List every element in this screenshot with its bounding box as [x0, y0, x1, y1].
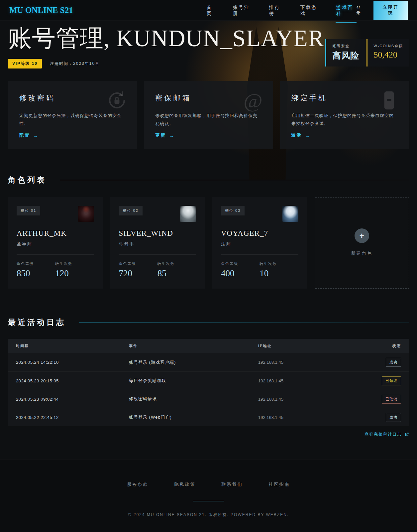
characters-section-heading: 角色列表	[8, 175, 409, 185]
log-timestamp: 2024.05.23 20:15:05	[16, 378, 129, 383]
character-class: 法师	[221, 241, 298, 247]
resets-label: 转生次数	[55, 261, 94, 266]
account-stat-box: 账号安全 高风险	[325, 39, 365, 66]
footer-links: 服务条款隐私政策联系我们社区指南	[0, 481, 417, 487]
stat-value: 50,420	[373, 50, 403, 60]
arrow-right-icon: →	[305, 133, 311, 138]
footer-divider	[193, 501, 224, 501]
resets-label: 转生次数	[157, 261, 196, 266]
register-time-label: 注册时间：2023年10月	[50, 61, 100, 66]
activity-log-row: 2024.05.23 09:02:44 修改密码请求 192.168.1.45 …	[8, 390, 409, 408]
plus-icon: +	[355, 228, 369, 243]
external-link-icon	[405, 432, 409, 437]
log-event: 修改密码请求	[129, 396, 258, 402]
login-link[interactable]: 登录	[357, 5, 365, 16]
activity-log-row: 2024.05.22 22:45:12 账号登录 (Web门户) 192.168…	[8, 408, 409, 426]
security-card-action-link[interactable]: 更新→	[155, 132, 175, 138]
phone-icon	[378, 90, 400, 111]
footer-link[interactable]: 社区指南	[269, 481, 290, 487]
character-list: 槽位 01 ARTHUR_MK 圣导师 角色等级 850 转生次数 120 槽位…	[8, 197, 409, 289]
security-card-description: 启用短信二次验证，保护您的账号免受来自虚空的未授权登录尝试。	[291, 112, 398, 128]
play-now-button[interactable]: 立即开玩	[373, 1, 408, 20]
status-badge: 已领取	[382, 376, 401, 385]
resets-value: 120	[55, 268, 94, 279]
log-timestamp: 2024.05.22 22:45:12	[16, 415, 129, 420]
security-card-description: 定期更新您的登录凭据，以确保您传奇装备的安全性。	[19, 112, 126, 128]
elf-avatar	[180, 206, 196, 222]
character-class: 圣导师	[17, 241, 94, 247]
status-badge: 成功	[386, 358, 401, 367]
status-badge: 成功	[386, 413, 401, 422]
resets-value: 85	[157, 268, 196, 279]
site-footer: 服务条款隐私政策联系我们社区指南 © 2024 MU ONLINE SEASON…	[0, 459, 417, 532]
security-card-action-link[interactable]: 配置→	[19, 132, 39, 138]
footer-link[interactable]: 联系我们	[222, 481, 243, 487]
account-stat-box: W-COINS余额 50,420	[366, 39, 409, 66]
character-card[interactable]: 槽位 03 VOYAGER_7 法师 角色等级 400 转生次数 10	[212, 197, 307, 289]
nav-item[interactable]: 排行榜	[268, 0, 284, 23]
character-card[interactable]: 槽位 01 ARTHUR_MK 圣导师 角色等级 850 转生次数 120	[8, 197, 103, 289]
table-header-row: 时间戳事件IP地址状态	[8, 339, 409, 353]
log-timestamp: 2024.05.24 14:22:10	[16, 360, 129, 365]
nav-item[interactable]: 下载游戏	[299, 0, 320, 23]
divider	[221, 254, 298, 255]
column-header: 事件	[129, 343, 258, 348]
activity-section-heading: 最近活动日志	[8, 317, 409, 328]
column-header: IP地址	[258, 343, 378, 348]
lock-reset-icon	[106, 90, 128, 111]
create-character-label: 新建角色	[351, 250, 372, 256]
character-name: VOYAGER_7	[221, 229, 298, 238]
character-card[interactable]: 槽位 02 SILVER_WIND 弓箭手 角色等级 720 转生次数 85	[110, 197, 205, 289]
footer-link[interactable]: 隐私政策	[174, 481, 196, 487]
level-value: 850	[17, 268, 55, 279]
security-card-description: 修改您的备用恢复邮箱，用于账号找回和高价值交易确认。	[155, 112, 261, 128]
character-name: ARTHUR_MK	[17, 229, 94, 238]
arrow-right-icon: →	[169, 133, 175, 138]
log-ip-address: 192.168.1.45	[258, 397, 378, 402]
divider	[119, 254, 196, 255]
level-label: 角色等级	[119, 261, 157, 266]
level-value: 400	[221, 268, 260, 279]
security-card: 修改密码 定期更新您的登录凭据，以确保您传奇装备的安全性。 配置→	[8, 81, 137, 149]
log-ip-address: 192.168.1.45	[258, 378, 378, 383]
level-value: 720	[119, 268, 157, 279]
column-header: 状态	[378, 343, 401, 348]
view-full-audit-log-link[interactable]: 查看完整审计日志	[365, 432, 409, 437]
slot-badge: 槽位 03	[221, 206, 245, 215]
create-character-card[interactable]: + 新建角色	[315, 197, 409, 289]
activity-heading-title: 最近活动日志	[8, 317, 66, 328]
level-label: 角色等级	[17, 261, 55, 266]
security-card: 密保邮箱 @ 修改您的备用恢复邮箱，用于账号找回和高价值交易确认。 更新→	[144, 81, 273, 149]
nav-item[interactable]: 账号注册	[232, 0, 253, 23]
audit-link-label: 查看完整审计日志	[365, 432, 402, 437]
divider	[17, 254, 94, 255]
nav-item[interactable]: 首页	[206, 0, 217, 23]
character-name: SILVER_WIND	[119, 229, 196, 238]
characters-heading-title: 角色列表	[8, 175, 47, 185]
column-header: 时间戳	[16, 343, 129, 348]
site-logo[interactable]: MU ONLINE S21	[9, 6, 73, 15]
copyright-text: © 2024 MU ONLINE SEASON 21. 版权所有. POWERE…	[0, 512, 417, 518]
heading-rule	[79, 322, 409, 323]
log-ip-address: 192.168.1.45	[258, 415, 378, 420]
activity-log-row: 2024.05.23 20:15:05 每日登录奖励领取 192.168.1.4…	[8, 371, 409, 390]
log-timestamp: 2024.05.23 09:02:44	[16, 397, 129, 402]
log-event: 账号登录 (Web门户)	[129, 414, 258, 420]
wizard-avatar	[282, 206, 298, 222]
stat-label: 账号安全	[332, 44, 359, 49]
security-cards-section: 修改密码 定期更新您的登录凭据，以确保您传奇装备的安全性。 配置→ 密保邮箱 @…	[8, 81, 409, 149]
account-stats: 账号安全 高风险 W-COINS余额 50,420	[325, 39, 409, 66]
nav-item[interactable]: 游戏百科	[336, 0, 357, 23]
activity-log-row: 2024.05.24 14:22:10 账号登录 (游戏客户端) 192.168…	[8, 353, 409, 371]
slot-badge: 槽位 02	[119, 206, 143, 215]
footer-link[interactable]: 服务条款	[127, 481, 149, 487]
security-card: 绑定手机 启用短信二次验证，保护您的账号免受来自虚空的未授权登录尝试。 激活→	[280, 81, 409, 149]
top-navigation-bar: MU ONLINE S21 首页账号注册排行榜下载游戏游戏百科 登录 立即开玩	[0, 0, 417, 21]
level-label: 角色等级	[221, 261, 260, 266]
log-event: 每日登录奖励领取	[129, 378, 258, 384]
security-card-action-link[interactable]: 激活→	[291, 132, 311, 138]
activity-log-table: 时间戳事件IP地址状态 2024.05.24 14:22:10 账号登录 (游戏…	[8, 339, 409, 426]
resets-label: 转生次数	[260, 261, 298, 266]
resets-value: 10	[260, 268, 298, 279]
log-ip-address: 192.168.1.45	[258, 360, 378, 365]
